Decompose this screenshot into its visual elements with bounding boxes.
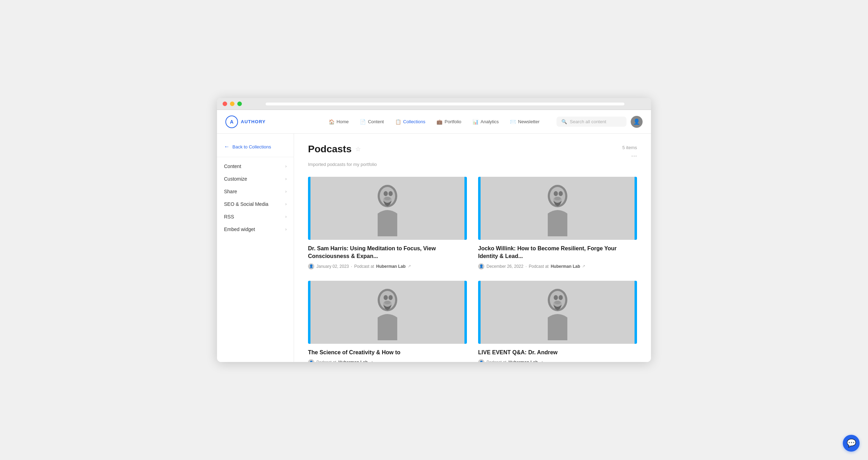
card-title: LIVE EVENT Q&A: Dr. Andrew (478, 349, 637, 356)
list-item[interactable]: Jocko Willink: How to Become Resilient, … (478, 177, 637, 270)
nav-right: 🔍 Search all content 👤 (556, 116, 643, 128)
card-source-avatar: 👤 (478, 359, 484, 362)
card-type: Podcast at (354, 264, 374, 269)
card-image (478, 281, 637, 344)
browser-url-bar[interactable] (266, 103, 624, 105)
main-layout: ← Back to Collections Content › Customiz… (217, 134, 651, 362)
logo-area[interactable]: A AUTHORY (225, 116, 266, 128)
list-item[interactable]: The Science of Creativity & How to 👤 Pod… (308, 281, 467, 362)
sidebar-item-rss[interactable]: RSS › (217, 210, 294, 223)
svg-point-14 (384, 295, 388, 300)
svg-point-21 (559, 295, 563, 300)
nav-collections[interactable]: 📋 Collections (390, 117, 430, 127)
card-image (478, 177, 637, 240)
card-date: January 02, 2023 (316, 264, 349, 269)
person-illustration (366, 180, 408, 236)
list-item[interactable]: LIVE EVENT Q&A: Dr. Andrew 👤 Podcast at … (478, 281, 637, 362)
page-description: Imported podcasts for my portfolio (308, 162, 637, 167)
card-image (308, 281, 467, 344)
card-source: Huberman Lab (338, 360, 368, 362)
nav-content[interactable]: 📄 Content (355, 117, 389, 127)
chevron-down-icon: › (285, 227, 287, 232)
svg-point-9 (559, 191, 563, 196)
list-item[interactable]: Dr. Sam Harris: Using Meditation to Focu… (308, 177, 467, 270)
nav-analytics[interactable]: 📊 Analytics (468, 117, 504, 127)
nav-items: 🏠 Home 📄 Content 📋 Collections 💼 Portfol… (324, 117, 545, 127)
card-meta: 👤 December 26, 2022 · Podcast at Huberma… (478, 263, 637, 270)
svg-point-2 (384, 191, 388, 196)
card-image (308, 177, 467, 240)
newsletter-icon: ✉️ (510, 119, 516, 125)
card-thumbnail (308, 281, 467, 344)
external-link-icon[interactable]: ↗ (408, 264, 411, 269)
svg-point-7 (550, 187, 565, 205)
card-source-avatar: 👤 (308, 263, 314, 270)
sidebar-item-customize[interactable]: Customize › (217, 173, 294, 185)
sidebar-item-share[interactable]: Share › (217, 185, 294, 198)
search-box[interactable]: 🔍 Search all content (556, 117, 626, 127)
browser-dot-red[interactable] (223, 102, 227, 106)
back-to-collections[interactable]: ← Back to Collections (217, 141, 294, 157)
nav-newsletter[interactable]: ✉️ Newsletter (505, 117, 544, 127)
card-type: Podcast at (486, 360, 506, 362)
svg-point-19 (550, 291, 565, 309)
person-illustration (537, 284, 579, 340)
card-type: Podcast at (529, 264, 549, 269)
top-nav: A AUTHORY 🏠 Home 📄 Content 📋 Collections (217, 110, 651, 134)
card-source-avatar: 👤 (478, 263, 484, 270)
user-avatar[interactable]: 👤 (631, 116, 643, 128)
svg-point-13 (380, 291, 395, 309)
card-source-avatar: 👤 (308, 359, 314, 362)
sidebar-item-embed[interactable]: Embed widget › (217, 223, 294, 236)
card-type: Podcast at (316, 360, 336, 362)
sidebar-item-seo[interactable]: SEO & Social Media › (217, 198, 294, 210)
nav-portfolio[interactable]: 💼 Portfolio (432, 117, 466, 127)
card-date: December 26, 2022 (486, 264, 523, 269)
svg-point-11 (554, 197, 561, 200)
card-source: Huberman Lab (551, 264, 580, 269)
back-arrow-icon: ← (224, 144, 230, 150)
browser-dot-green[interactable] (237, 102, 242, 106)
external-link-icon[interactable]: ↗ (582, 264, 585, 269)
search-icon: 🔍 (561, 119, 567, 124)
svg-point-17 (384, 301, 391, 304)
chevron-down-icon: › (285, 176, 287, 181)
card-meta: 👤 Podcast at Huberman Lab ↗ (308, 359, 467, 362)
search-placeholder: Search all content (570, 119, 606, 124)
person-illustration (537, 180, 579, 236)
sidebar-item-content[interactable]: Content › (217, 160, 294, 173)
analytics-icon: 📊 (472, 119, 478, 125)
browser-chrome (217, 98, 651, 110)
chevron-down-icon: › (285, 214, 287, 219)
card-meta: 👤 January 02, 2023 · Podcast at Huberman… (308, 263, 467, 270)
logo-icon: A (225, 116, 238, 128)
star-icon[interactable]: ☆ (355, 145, 361, 153)
page-title-row: Podcasts ☆ (308, 144, 361, 155)
content-area: Podcasts ☆ 5 items ··· Imported podcasts… (294, 134, 651, 362)
card-title: Dr. Sam Harris: Using Meditation to Focu… (308, 245, 467, 260)
external-link-icon[interactable]: ↗ (540, 360, 543, 362)
more-options-button[interactable]: ··· (622, 152, 637, 160)
content-icon: 📄 (360, 119, 366, 125)
browser-dot-yellow[interactable] (230, 102, 234, 106)
card-source: Huberman Lab (376, 264, 406, 269)
page-title: Podcasts (308, 144, 352, 155)
svg-point-8 (554, 191, 558, 196)
person-illustration (366, 284, 408, 340)
nav-home[interactable]: 🏠 Home (324, 117, 354, 127)
card-title: Jocko Willink: How to Become Resilient, … (478, 245, 637, 260)
svg-point-20 (554, 295, 558, 300)
chevron-down-icon: › (285, 189, 287, 194)
card-thumbnail (478, 177, 637, 240)
card-source: Huberman Lab (509, 360, 538, 362)
logo-text: AUTHORY (241, 119, 266, 124)
card-meta: 👤 Podcast at Huberman Lab ↗ (478, 359, 637, 362)
chevron-down-icon: › (285, 164, 287, 169)
external-link-icon[interactable]: ↗ (370, 360, 373, 362)
collections-icon: 📋 (395, 119, 401, 125)
svg-point-1 (380, 187, 395, 205)
page-header: Podcasts ☆ 5 items ··· (308, 144, 637, 160)
svg-point-3 (388, 191, 393, 196)
cards-grid: Dr. Sam Harris: Using Meditation to Focu… (308, 177, 637, 362)
items-count: 5 items (622, 145, 637, 150)
